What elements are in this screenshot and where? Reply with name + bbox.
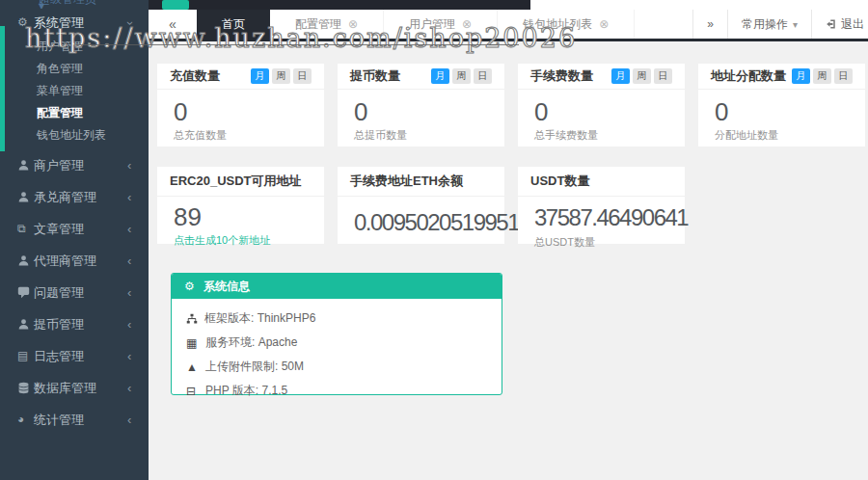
scroll-tabs-right-button[interactable]: » <box>692 10 727 39</box>
system-info-panel: ⚙ 系统信息 框架版本: ThinkPHP6 ▦ 服务环境: Apache ▲ … <box>171 273 502 395</box>
card-title: 提币数量 <box>350 67 428 85</box>
card-title: USDT数量 <box>530 173 672 190</box>
top-header-strip <box>149 0 530 10</box>
info-card-erc20-addresses: ERC20_USDT可用地址 89 点击生成10个新地址 <box>157 167 324 244</box>
sidebar-user-dropdown[interactable]: 超级管理员 ▾ <box>0 0 149 9</box>
warning-icon: ▲ <box>186 361 199 373</box>
system-info-header: ⚙ 系统信息 <box>172 274 502 299</box>
chevron-left-icon: ‹ <box>127 185 131 210</box>
close-tab-icon[interactable]: ⊗ <box>348 17 358 31</box>
sidebar-item-roles[interactable]: 角色管理 <box>0 58 149 80</box>
card-title: 手续费数量 <box>530 67 609 85</box>
chevron-left-icon: ‹ <box>127 153 131 178</box>
grid-icon: ▦ <box>186 337 199 349</box>
card-title: 充值数量 <box>170 67 248 85</box>
filter-day-button[interactable]: 日 <box>654 68 672 84</box>
double-chevron-right-icon: » <box>707 17 714 31</box>
filter-month-button[interactable]: 月 <box>251 68 269 84</box>
filter-week-button[interactable]: 周 <box>452 68 471 84</box>
stat-value: 0 <box>534 98 668 125</box>
tab-config[interactable]: 配置管理 ⊗ <box>270 10 384 39</box>
common-actions-dropdown[interactable]: 常用操作 ▾ <box>727 10 811 39</box>
pie-chart-icon: ◕ <box>17 413 30 426</box>
database-icon <box>17 382 30 394</box>
sidebar-item-wallet-list[interactable]: 钱包地址列表 <box>0 124 149 147</box>
sidebar-group-logs[interactable]: ▤ 日志管理 ‹ <box>0 344 149 369</box>
card-title: 手续费地址ETH余额 <box>350 173 492 190</box>
user-icon <box>17 318 30 331</box>
generate-addresses-link[interactable]: 点击生成10个新地址 <box>174 233 308 248</box>
stat-card-recharge: 充值数量 月 周 日 0 总充值数量 <box>157 64 324 147</box>
info-item-upload-limit: ▲ 上传附件限制: 50M <box>186 355 487 379</box>
tabbar-spacer <box>635 10 692 39</box>
sidebar-group-system[interactable]: ⚙ 系统管理 ‹ <box>0 11 149 36</box>
logout-button[interactable]: 退出 <box>811 10 868 39</box>
stat-sublabel: 总手续费数量 <box>534 128 668 143</box>
stat-value: 0 <box>174 98 308 125</box>
scroll-tabs-left-button[interactable]: « <box>149 10 197 39</box>
stat-sublabel: 分配地址数量 <box>715 128 849 143</box>
filter-week-button[interactable]: 周 <box>813 68 831 84</box>
double-chevron-left-icon: « <box>169 16 176 32</box>
filter-day-button[interactable]: 日 <box>474 68 492 84</box>
tab-home[interactable]: 首页 <box>197 10 270 39</box>
stat-card-fees: 手续费数量 月 周 日 0 总手续费数量 <box>518 64 685 147</box>
sidebar-group-database[interactable]: 数据库管理 ‹ <box>0 376 149 401</box>
close-tab-icon[interactable]: ⊗ <box>462 17 472 31</box>
info-value: 0.00950205199510 <box>354 208 529 237</box>
hdd-icon: ⊟ <box>186 386 199 397</box>
sidebar-item-config[interactable]: 配置管理 <box>0 102 149 124</box>
card-title: ERC20_USDT可用地址 <box>170 173 312 190</box>
sidebar-group-articles[interactable]: ⧉ 文章管理 ‹ <box>0 217 149 242</box>
chevron-left-icon: ‹ <box>127 249 131 274</box>
sidebar-group-statistics[interactable]: ◕ 统计管理 ‹ <box>0 408 149 433</box>
caret-down-icon: ▾ <box>793 19 798 30</box>
user-icon <box>17 254 30 267</box>
chevron-left-icon: ‹ <box>127 217 131 242</box>
info-card-eth-balance: 手续费地址ETH余额 0.00950205199510 <box>338 167 504 244</box>
list-icon: ▤ <box>17 350 30 362</box>
stat-sublabel: 总充值数量 <box>174 128 308 143</box>
sidebar-group-merchant[interactable]: 商户管理 ‹ <box>0 153 149 178</box>
filter-week-button[interactable]: 周 <box>272 68 290 84</box>
tab-wallet-list[interactable]: 钱包地址列表 ⊗ <box>498 10 635 39</box>
stat-card-address-alloc: 地址分配数量 月 周 日 0 分配地址数量 <box>698 64 865 147</box>
chevron-left-icon: ‹ <box>127 376 131 401</box>
cogs-icon: ⚙ <box>184 280 195 293</box>
sidebar-group-withdraw[interactable]: 提币管理 ‹ <box>0 312 149 337</box>
info-value: 37587.46490641 <box>534 203 668 232</box>
sidebar: 超级管理员 ▾ ⚙ 系统管理 ‹ 用户管理 角色管理 菜单管理 配置管理 钱包地… <box>0 0 149 480</box>
filter-month-button[interactable]: 月 <box>611 68 630 84</box>
filter-day-button[interactable]: 日 <box>834 68 853 84</box>
info-item-php-version: ⊟ PHP 版本: 7.1.5 <box>186 379 487 403</box>
filter-week-button[interactable]: 周 <box>633 68 651 84</box>
filter-day-button[interactable]: 日 <box>293 68 312 84</box>
chevron-down-icon: ‹ <box>117 21 142 25</box>
tab-bar: « 首页 配置管理 ⊗ 用户管理 ⊗ 钱包地址列表 ⊗ » 常用操作 ▾ 退出 <box>149 10 868 41</box>
card-title: 地址分配数量 <box>711 67 789 85</box>
chevron-left-icon: ‹ <box>127 408 131 433</box>
gear-icon: ⚙ <box>17 16 30 29</box>
close-tab-icon[interactable]: ⊗ <box>599 17 609 31</box>
filter-month-button[interactable]: 月 <box>792 68 810 84</box>
sidebar-item-users[interactable]: 用户管理 <box>0 36 149 58</box>
user-icon <box>17 159 30 172</box>
info-item-framework: 框架版本: ThinkPHP6 <box>186 307 487 331</box>
sidebar-item-menus[interactable]: 菜单管理 <box>0 80 149 102</box>
chevron-left-icon: ‹ <box>127 280 131 306</box>
info-item-server: ▦ 服务环境: Apache <box>186 331 487 355</box>
sidebar-group-agents[interactable]: 代理商管理 ‹ <box>0 249 149 274</box>
sidebar-group-questions[interactable]: 问题管理 ‹ <box>0 280 149 306</box>
sidebar-group-acceptor[interactable]: 承兑商管理 ‹ <box>0 185 149 210</box>
chevron-left-icon: ‹ <box>127 344 131 369</box>
info-sublabel: 总USDT数量 <box>534 235 668 250</box>
filter-month-button[interactable]: 月 <box>431 68 449 84</box>
stat-card-withdraw: 提币数量 月 周 日 0 总提币数量 <box>338 64 504 147</box>
top-header-strip-right <box>530 0 868 10</box>
comment-icon <box>17 286 30 299</box>
chevron-left-icon: ‹ <box>127 312 131 337</box>
info-value: 89 <box>174 203 308 230</box>
header-green-button[interactable] <box>162 0 189 10</box>
info-card-usdt-amount: USDT数量 37587.46490641 总USDT数量 <box>518 167 685 244</box>
tab-users[interactable]: 用户管理 ⊗ <box>384 10 498 39</box>
